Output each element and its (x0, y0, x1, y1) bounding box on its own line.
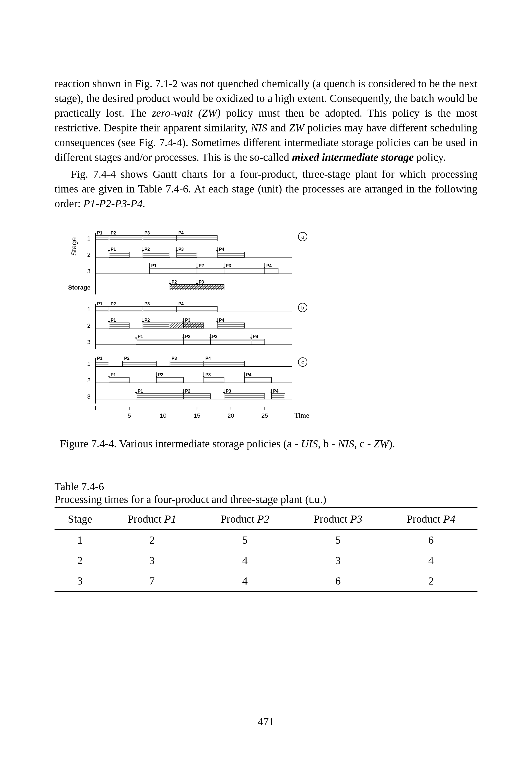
svg-text:2: 2 (87, 377, 91, 383)
svg-text:1: 1 (87, 306, 91, 313)
svg-text:P3: P3 (212, 334, 218, 339)
svg-rect-33 (177, 252, 197, 257)
svg-rect-185 (109, 377, 129, 383)
svg-rect-27 (143, 252, 170, 257)
svg-rect-191 (156, 377, 183, 383)
svg-rect-130 (217, 323, 244, 328)
svg-text:20: 20 (227, 412, 234, 419)
table-header: Product P3 (292, 509, 385, 530)
svg-text:5: 5 (128, 412, 131, 419)
svg-text:P1: P1 (111, 372, 116, 377)
svg-text:P3: P3 (185, 318, 191, 323)
svg-rect-138 (136, 339, 184, 345)
svg-text:P1: P1 (97, 302, 103, 306)
svg-rect-96 (109, 307, 143, 312)
svg-text:P4: P4 (267, 263, 272, 268)
text-italic: ZW (374, 438, 389, 450)
table-header: Product P2 (199, 509, 292, 530)
svg-rect-223 (224, 394, 265, 399)
svg-text:P4: P4 (219, 318, 224, 323)
table-cell: 2 (55, 550, 106, 571)
text-italic: P1-P2-P3-P4. (84, 197, 145, 210)
svg-marker-121 (142, 321, 144, 323)
svg-text:P4: P4 (246, 372, 251, 377)
svg-rect-211 (136, 394, 184, 399)
text-run: ). (389, 438, 395, 450)
table-cell: 7 (106, 571, 199, 592)
svg-rect-39 (217, 252, 244, 257)
svg-rect-150 (211, 339, 251, 345)
svg-text:P3: P3 (226, 389, 231, 394)
svg-text:P4: P4 (253, 334, 258, 339)
svg-text:P3: P3 (144, 231, 150, 235)
svg-text:a: a (301, 233, 304, 240)
svg-text:b: b (301, 304, 304, 311)
figure-7-4-4: Stage1P1P2P3P42P1P2P3P43P1P2P3P4StorageP… (60, 222, 477, 450)
svg-rect-171 (122, 361, 156, 366)
text-italic: UIS (301, 438, 318, 450)
svg-marker-57 (196, 266, 198, 268)
svg-text:P3: P3 (226, 263, 231, 268)
table-cell: 3 (106, 550, 199, 571)
svg-text:10: 10 (160, 412, 166, 419)
svg-rect-229 (272, 394, 285, 399)
gantt-charts-svg: Stage1P1P2P3P42P1P2P3P43P1P2P3P4StorageP… (60, 222, 322, 426)
svg-marker-114 (108, 321, 110, 323)
svg-rect-217 (184, 394, 211, 399)
svg-text:P3: P3 (144, 302, 150, 306)
svg-text:P2: P2 (199, 263, 204, 268)
svg-text:P1: P1 (97, 356, 103, 361)
svg-rect-76 (170, 285, 197, 290)
svg-text:P2: P2 (124, 356, 129, 361)
svg-marker-69 (264, 266, 266, 268)
svg-text:Time: Time (295, 411, 309, 419)
svg-text:P2: P2 (144, 247, 150, 252)
svg-text:P2: P2 (111, 231, 116, 235)
svg-text:P2: P2 (158, 372, 163, 377)
svg-rect-156 (251, 339, 265, 345)
svg-marker-148 (183, 338, 185, 339)
svg-rect-197 (204, 377, 224, 383)
table-7-4-6: Table 7.4-6 Processing times for a four-… (55, 480, 477, 592)
svg-rect-83 (197, 285, 224, 290)
text-italic: NIS (338, 438, 354, 450)
svg-text:c: c (301, 358, 304, 365)
svg-rect-203 (244, 377, 271, 383)
svg-text:Stage: Stage (70, 237, 78, 256)
svg-text:P4: P4 (273, 389, 279, 394)
table-header: Product P4 (385, 509, 477, 530)
svg-rect-119 (170, 323, 184, 328)
table-title: Table 7.4-6 (55, 480, 477, 493)
svg-marker-31 (142, 250, 144, 252)
svg-marker-221 (183, 392, 185, 394)
body-paragraph-2: Fig. 7.4-4 shows Gantt charts for a four… (55, 167, 477, 211)
svg-marker-207 (243, 376, 245, 377)
text-italic: NIS (251, 122, 267, 134)
table-cell: 5 (292, 530, 385, 550)
svg-rect-100 (143, 307, 177, 312)
svg-rect-175 (170, 361, 204, 366)
svg-marker-128 (183, 321, 185, 323)
svg-marker-201 (203, 376, 205, 377)
svg-marker-195 (155, 376, 157, 377)
svg-text:15: 15 (194, 412, 200, 419)
svg-text:3: 3 (87, 393, 91, 400)
svg-marker-63 (223, 266, 225, 268)
table-cell: 3 (292, 550, 385, 571)
table-cell: 2 (385, 571, 477, 592)
svg-marker-142 (135, 338, 137, 339)
table-header: Stage (55, 509, 106, 530)
figure-caption: Figure 7.4-4. Various intermediate stora… (60, 437, 477, 450)
svg-rect-65 (265, 268, 279, 274)
svg-text:P3: P3 (172, 356, 177, 361)
text-italic: ZW (289, 122, 304, 134)
svg-rect-53 (197, 268, 224, 274)
svg-marker-51 (148, 266, 151, 268)
svg-rect-7 (109, 236, 143, 241)
svg-text:P2: P2 (172, 280, 177, 285)
table-cell: 6 (292, 571, 385, 592)
page-number: 471 (0, 715, 532, 728)
svg-text:P1: P1 (151, 263, 157, 268)
svg-rect-15 (177, 236, 217, 241)
svg-rect-11 (143, 236, 177, 241)
